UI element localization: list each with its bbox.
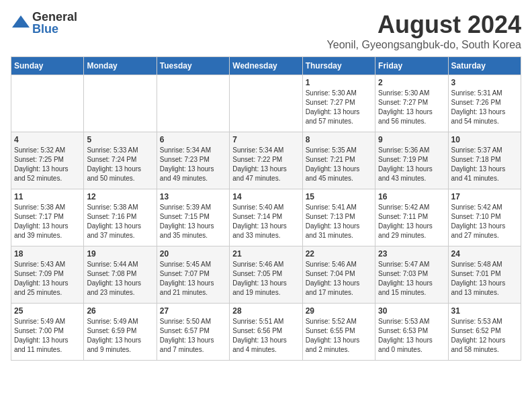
calendar-day-header: Monday: [84, 57, 157, 75]
calendar-header-row: SundayMondayTuesdayWednesdayThursdayFrid…: [11, 57, 521, 75]
day-number: 8: [306, 135, 372, 144]
calendar-cell: 14Sunrise: 5:40 AM Sunset: 7:14 PM Dayli…: [230, 189, 302, 246]
day-info: Sunrise: 5:40 AM Sunset: 7:14 PM Dayligh…: [232, 203, 299, 240]
day-info: Sunrise: 5:45 AM Sunset: 7:07 PM Dayligh…: [160, 260, 226, 298]
day-info: Sunrise: 5:50 AM Sunset: 6:57 PM Dayligh…: [160, 317, 226, 355]
day-info: Sunrise: 5:47 AM Sunset: 7:03 PM Dayligh…: [378, 260, 445, 298]
calendar-week-row: 25Sunrise: 5:49 AM Sunset: 7:00 PM Dayli…: [11, 304, 521, 361]
day-info: Sunrise: 5:38 AM Sunset: 7:17 PM Dayligh…: [14, 203, 81, 240]
day-number: 19: [87, 249, 153, 259]
header: General Blue August 2024 Yeonil, Gyeongs…: [11, 11, 521, 51]
day-info: Sunrise: 5:52 AM Sunset: 6:55 PM Dayligh…: [306, 317, 372, 355]
day-info: Sunrise: 5:42 AM Sunset: 7:10 PM Dayligh…: [451, 203, 518, 240]
day-info: Sunrise: 5:51 AM Sunset: 6:56 PM Dayligh…: [232, 317, 299, 355]
day-number: 22: [306, 249, 372, 259]
calendar-cell: 10Sunrise: 5:37 AM Sunset: 7:18 PM Dayli…: [448, 132, 521, 189]
day-number: 31: [451, 306, 518, 316]
location-subtitle: Yeonil, Gyeongsangbuk-do, South Korea: [327, 39, 521, 51]
calendar-week-row: 1Sunrise: 5:30 AM Sunset: 7:27 PM Daylig…: [11, 75, 521, 132]
day-number: 10: [451, 135, 518, 144]
calendar-cell: 24Sunrise: 5:48 AM Sunset: 7:01 PM Dayli…: [448, 246, 521, 304]
day-number: 7: [232, 135, 299, 144]
calendar-cell: 31Sunrise: 5:53 AM Sunset: 6:52 PM Dayli…: [448, 304, 521, 361]
day-info: Sunrise: 5:30 AM Sunset: 7:27 PM Dayligh…: [378, 89, 445, 126]
calendar-cell: [11, 75, 84, 132]
day-number: 6: [160, 135, 226, 144]
calendar-cell: 4Sunrise: 5:32 AM Sunset: 7:25 PM Daylig…: [11, 132, 84, 189]
calendar-cell: 7Sunrise: 5:34 AM Sunset: 7:22 PM Daylig…: [230, 132, 302, 189]
calendar-cell: 8Sunrise: 5:35 AM Sunset: 7:21 PM Daylig…: [302, 132, 375, 189]
calendar-cell: 26Sunrise: 5:49 AM Sunset: 6:59 PM Dayli…: [84, 304, 157, 361]
day-number: 9: [378, 135, 445, 144]
day-info: Sunrise: 5:53 AM Sunset: 6:52 PM Dayligh…: [451, 317, 518, 355]
calendar-day-header: Sunday: [11, 57, 84, 75]
day-info: Sunrise: 5:46 AM Sunset: 7:05 PM Dayligh…: [232, 260, 299, 298]
calendar-cell: 11Sunrise: 5:38 AM Sunset: 7:17 PM Dayli…: [11, 189, 84, 246]
day-info: Sunrise: 5:49 AM Sunset: 6:59 PM Dayligh…: [87, 317, 153, 355]
day-number: 23: [378, 249, 445, 259]
day-number: 16: [378, 192, 445, 201]
calendar-cell: 17Sunrise: 5:42 AM Sunset: 7:10 PM Dayli…: [448, 189, 521, 246]
day-info: Sunrise: 5:44 AM Sunset: 7:08 PM Dayligh…: [87, 260, 153, 298]
calendar-week-row: 18Sunrise: 5:43 AM Sunset: 7:09 PM Dayli…: [11, 246, 521, 304]
calendar-cell: 1Sunrise: 5:30 AM Sunset: 7:27 PM Daylig…: [302, 75, 375, 132]
svg-marker-0: [12, 15, 30, 28]
day-number: 4: [14, 135, 81, 144]
day-number: 27: [160, 306, 226, 316]
calendar-day-header: Saturday: [448, 57, 521, 75]
day-info: Sunrise: 5:31 AM Sunset: 7:26 PM Dayligh…: [451, 89, 518, 126]
calendar-cell: 16Sunrise: 5:42 AM Sunset: 7:11 PM Dayli…: [375, 189, 448, 246]
logo-general-text: General: [32, 11, 77, 23]
day-number: 26: [87, 306, 153, 316]
day-number: 30: [378, 306, 445, 316]
day-number: 29: [306, 306, 372, 316]
day-number: 25: [14, 306, 81, 316]
calendar-cell: 22Sunrise: 5:46 AM Sunset: 7:04 PM Dayli…: [302, 246, 375, 304]
calendar-cell: 3Sunrise: 5:31 AM Sunset: 7:26 PM Daylig…: [448, 75, 521, 132]
day-number: 3: [451, 78, 518, 87]
calendar-cell: 19Sunrise: 5:44 AM Sunset: 7:08 PM Dayli…: [84, 246, 157, 304]
logo-blue-text: Blue: [32, 23, 77, 35]
day-number: 24: [451, 249, 518, 259]
day-info: Sunrise: 5:30 AM Sunset: 7:27 PM Dayligh…: [306, 89, 372, 126]
day-number: 18: [14, 249, 81, 259]
calendar-cell: [84, 75, 157, 132]
calendar-cell: 15Sunrise: 5:41 AM Sunset: 7:13 PM Dayli…: [302, 189, 375, 246]
calendar-week-row: 4Sunrise: 5:32 AM Sunset: 7:25 PM Daylig…: [11, 132, 521, 189]
day-info: Sunrise: 5:49 AM Sunset: 7:00 PM Dayligh…: [14, 317, 81, 355]
day-number: 2: [378, 78, 445, 87]
day-number: 11: [14, 192, 81, 201]
day-info: Sunrise: 5:53 AM Sunset: 6:53 PM Dayligh…: [378, 317, 445, 355]
calendar-cell: 5Sunrise: 5:33 AM Sunset: 7:24 PM Daylig…: [84, 132, 157, 189]
calendar-cell: 2Sunrise: 5:30 AM Sunset: 7:27 PM Daylig…: [375, 75, 448, 132]
day-info: Sunrise: 5:48 AM Sunset: 7:01 PM Dayligh…: [451, 260, 518, 298]
logo-icon: [11, 13, 31, 33]
day-number: 15: [306, 192, 372, 201]
calendar-cell: [230, 75, 302, 132]
logo: General Blue: [11, 11, 77, 35]
day-info: Sunrise: 5:46 AM Sunset: 7:04 PM Dayligh…: [306, 260, 372, 298]
calendar-cell: 29Sunrise: 5:52 AM Sunset: 6:55 PM Dayli…: [302, 304, 375, 361]
day-number: 17: [451, 192, 518, 201]
calendar-cell: 28Sunrise: 5:51 AM Sunset: 6:56 PM Dayli…: [230, 304, 302, 361]
calendar-day-header: Wednesday: [230, 57, 302, 75]
calendar-cell: 12Sunrise: 5:38 AM Sunset: 7:16 PM Dayli…: [84, 189, 157, 246]
calendar-day-header: Friday: [375, 57, 448, 75]
calendar-cell: 27Sunrise: 5:50 AM Sunset: 6:57 PM Dayli…: [157, 304, 229, 361]
calendar-table: SundayMondayTuesdayWednesdayThursdayFrid…: [11, 56, 521, 361]
day-info: Sunrise: 5:38 AM Sunset: 7:16 PM Dayligh…: [87, 203, 153, 240]
calendar-cell: 25Sunrise: 5:49 AM Sunset: 7:00 PM Dayli…: [11, 304, 84, 361]
calendar-cell: 30Sunrise: 5:53 AM Sunset: 6:53 PM Dayli…: [375, 304, 448, 361]
day-info: Sunrise: 5:42 AM Sunset: 7:11 PM Dayligh…: [378, 203, 445, 240]
day-number: 21: [232, 249, 299, 259]
day-info: Sunrise: 5:33 AM Sunset: 7:24 PM Dayligh…: [87, 146, 153, 183]
day-info: Sunrise: 5:34 AM Sunset: 7:22 PM Dayligh…: [232, 146, 299, 183]
day-info: Sunrise: 5:35 AM Sunset: 7:21 PM Dayligh…: [306, 146, 372, 183]
day-number: 20: [160, 249, 226, 259]
day-info: Sunrise: 5:36 AM Sunset: 7:19 PM Dayligh…: [378, 146, 445, 183]
day-info: Sunrise: 5:34 AM Sunset: 7:23 PM Dayligh…: [160, 146, 226, 183]
day-info: Sunrise: 5:37 AM Sunset: 7:18 PM Dayligh…: [451, 146, 518, 183]
day-number: 5: [87, 135, 153, 144]
calendar-day-header: Thursday: [302, 57, 375, 75]
calendar-cell: [157, 75, 229, 132]
